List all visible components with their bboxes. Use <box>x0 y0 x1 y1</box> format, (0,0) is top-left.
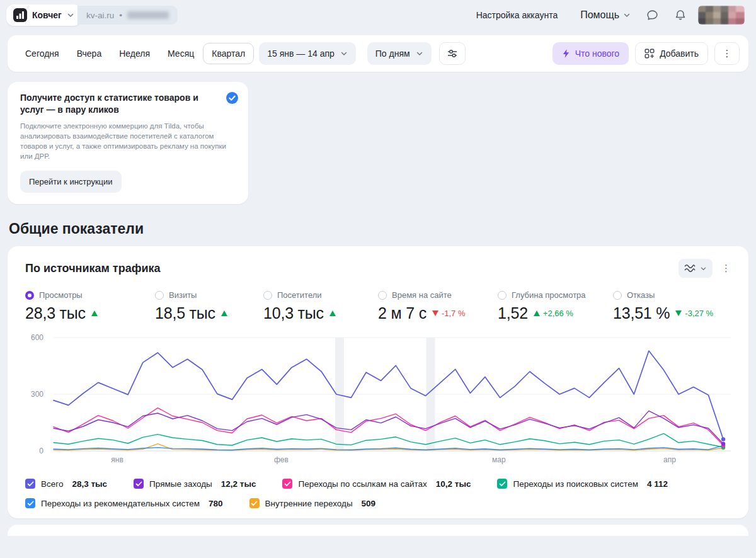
checkbox-icon[interactable] <box>25 498 35 508</box>
metric-label: Глубина просмотра <box>512 290 586 300</box>
metric-depth-selector[interactable]: Глубина просмотра <box>498 290 613 300</box>
metric-delta: -3,27 % <box>685 309 713 318</box>
lightning-icon <box>562 48 570 59</box>
metric-value: 13,51 % <box>613 304 670 322</box>
trend-down-icon <box>432 310 438 316</box>
messages-icon[interactable] <box>646 9 659 22</box>
counter-domain[interactable]: kv-ai.ru • <box>77 6 178 25</box>
toolbar: Сегодня Вчера Неделя Месяц Квартал 15 ян… <box>8 35 748 72</box>
metrics-row: Просмотры 28,3 тыс Визиты 18,5 тыс Посет… <box>25 290 731 322</box>
svg-text:мар: мар <box>492 455 506 464</box>
account-settings-link[interactable]: Настройка аккаунта <box>476 10 558 20</box>
legend-label: Переходы из поисковых систем <box>513 479 638 489</box>
metric-label: Визиты <box>169 290 197 300</box>
metric-time-on-site-selector[interactable]: Время на сайте <box>378 290 498 300</box>
metric-label: Посетители <box>277 290 322 300</box>
svg-text:апр: апр <box>663 455 676 464</box>
legend-row-1: Всего 28,3 тыс Прямые заходы 12,2 тыс Пе… <box>25 479 731 489</box>
checkbox-icon[interactable] <box>25 479 35 489</box>
radio-icon[interactable] <box>613 291 622 300</box>
legend-item-site-links[interactable]: Переходы по ссылкам на сайтах 10,2 тыс <box>282 479 471 489</box>
checkbox-icon[interactable] <box>282 479 292 489</box>
legend-value: 12,2 тыс <box>221 479 256 489</box>
metric-label: Время на сайте <box>392 290 452 300</box>
whats-new-button[interactable]: Что нового <box>553 42 629 65</box>
metric-value: 28,3 тыс <box>25 304 86 322</box>
legend-label: Переходы из рекомендательных систем <box>41 499 200 508</box>
legend-item-internal[interactable]: Внутренние переходы 509 <box>249 498 376 508</box>
kebab-icon: ⋮ <box>723 48 732 59</box>
widget-menu-button[interactable]: ⋮ <box>721 263 731 274</box>
line-chart-icon <box>684 264 696 273</box>
help-label: Помощь <box>580 9 619 21</box>
metric-visitors-selector[interactable]: Посетители <box>263 290 378 300</box>
radio-icon[interactable] <box>378 291 387 300</box>
legend-value: 780 <box>209 499 223 508</box>
traffic-sources-widget: По источникам трафика ⋮ Просмотры 28,3 т… <box>8 246 748 518</box>
legend-value: 4 112 <box>647 479 668 489</box>
tab-today[interactable]: Сегодня <box>16 43 68 64</box>
svg-text:300: 300 <box>31 390 43 399</box>
legend-item-direct[interactable]: Прямые заходы 12,2 тыс <box>134 479 256 489</box>
legend-value: 28,3 тыс <box>72 479 107 489</box>
counter-name: Ковчег <box>32 10 62 20</box>
metric-bounce-rate: Отказы 13,51 % -3,27 % <box>613 290 713 322</box>
metric-label: Просмотры <box>39 290 83 300</box>
chart-type-select[interactable] <box>679 259 713 278</box>
widget-header: По источникам трафика ⋮ <box>25 259 731 278</box>
date-range-picker[interactable]: 15 янв — 14 апр <box>259 42 356 65</box>
radio-icon[interactable] <box>25 291 34 300</box>
tab-month[interactable]: Месяц <box>159 43 203 64</box>
metric-bounce-rate-selector[interactable]: Отказы <box>613 290 713 300</box>
tab-yesterday[interactable]: Вчера <box>68 43 111 64</box>
counter-selector[interactable]: Ковчег <box>6 4 81 26</box>
legend-item-recommendations[interactable]: Переходы из рекомендательных систем 780 <box>25 498 223 508</box>
chevron-down-icon <box>700 265 707 272</box>
help-menu[interactable]: Помощь <box>580 9 631 21</box>
chevron-down-icon <box>623 11 631 19</box>
whats-new-label: Что нового <box>575 48 619 59</box>
legend-row-2: Переходы из рекомендательных систем 780 … <box>25 498 731 508</box>
toolbar-menu-button[interactable]: ⋮ <box>714 42 740 65</box>
metric-visits-selector[interactable]: Визиты <box>155 290 263 300</box>
avatar[interactable] <box>698 6 745 25</box>
legend-item-search[interactable]: Переходы из поисковых систем 4 112 <box>497 479 668 489</box>
widget-title: По источникам трафика <box>25 262 161 275</box>
metric-visits: Визиты 18,5 тыс <box>155 290 263 322</box>
metric-depth: Глубина просмотра 1,52 +2,66 % <box>498 290 613 322</box>
section-title: Общие показатели <box>9 220 756 237</box>
radio-icon[interactable] <box>498 291 507 300</box>
granularity-label: По дням <box>375 48 410 59</box>
granularity-select[interactable]: По дням <box>367 42 432 65</box>
metric-time-on-site: Время на сайте 2 м 7 с -1,7 % <box>378 290 498 322</box>
filters-button[interactable] <box>439 42 466 65</box>
chevron-down-icon <box>67 11 74 19</box>
legend-label: Переходы по ссылкам на сайтах <box>298 479 427 489</box>
legend-value: 10,2 тыс <box>436 479 471 489</box>
counter-logo-icon <box>13 8 27 22</box>
checkbox-icon[interactable] <box>134 479 144 489</box>
traffic-sources-chart[interactable]: 0300600янвфевмарапр <box>25 334 731 465</box>
metric-delta: -1,7 % <box>442 309 466 318</box>
promo-instruction-button[interactable]: Перейти к инструкции <box>20 171 122 193</box>
add-widget-button[interactable]: Добавить <box>635 42 708 65</box>
trend-up-icon <box>329 310 336 316</box>
metric-views-selector[interactable]: Просмотры <box>25 290 155 300</box>
widget-controls: ⋮ <box>679 259 731 278</box>
checkbox-icon[interactable] <box>249 498 260 508</box>
tab-quarter[interactable]: Квартал <box>203 43 254 64</box>
legend-item-total[interactable]: Всего 28,3 тыс <box>25 479 107 489</box>
trend-up-icon <box>221 310 227 316</box>
counter-domain-text: kv-ai.ru <box>86 11 114 20</box>
metric-value: 1,52 <box>498 304 528 322</box>
promo-title: Получите доступ к статистике товаров и у… <box>20 92 236 117</box>
radio-icon[interactable] <box>155 291 164 300</box>
trend-up-icon <box>534 310 540 316</box>
notifications-bell-icon[interactable] <box>674 9 687 21</box>
trend-down-icon <box>675 310 682 316</box>
tab-week[interactable]: Неделя <box>110 43 159 64</box>
toolbar-right-group: Что нового Добавить ⋮ <box>553 42 740 65</box>
checkbox-icon[interactable] <box>497 479 507 489</box>
radio-icon[interactable] <box>263 291 272 300</box>
metric-delta: +2,66 % <box>543 309 573 318</box>
